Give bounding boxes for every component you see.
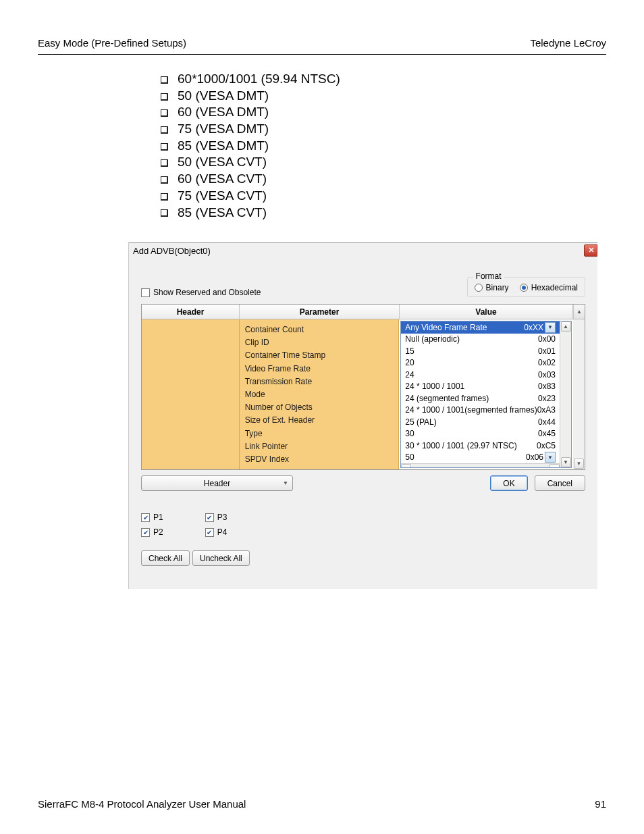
port-label: P4 xyxy=(217,527,227,537)
chevron-right-icon: ► xyxy=(552,466,558,468)
value-label: 24 * 1000 / 1001(segmented frames) xyxy=(405,405,537,415)
uncheck-all-button[interactable]: Uncheck All xyxy=(192,550,250,566)
page-footer: SierraFC M8-4 Protocol Analyzer User Man… xyxy=(38,798,606,810)
radio-icon xyxy=(520,284,528,292)
chevron-up-icon: ▲ xyxy=(563,323,568,330)
col-header-header[interactable]: Header xyxy=(142,305,240,319)
bullet-list: 60*1000/1001 (59.94 NTSC) 50 (VESA DMT) … xyxy=(161,71,340,221)
ok-button[interactable]: OK xyxy=(490,475,527,491)
header-rule xyxy=(38,54,606,55)
value-label: 24 * 1000 / 1001 xyxy=(405,382,464,391)
grid-vscrollbar[interactable]: ▼ xyxy=(573,319,585,469)
parameter-item[interactable]: Clip ID xyxy=(245,336,394,349)
value-option[interactable]: 240x03 xyxy=(401,369,560,381)
list-item: 50 (VESA CVT) xyxy=(161,154,340,171)
dropdown-button[interactable]: ▼ xyxy=(545,452,556,463)
header-right: Teledyne LeCroy xyxy=(530,37,606,49)
value-label: 20 xyxy=(405,358,414,367)
list-text: 85 (VESA CVT) xyxy=(178,205,267,221)
scroll-up-button[interactable]: ▲ xyxy=(561,321,571,332)
dialog-title-text: Add ADVB(Object0) xyxy=(133,246,211,256)
value-option[interactable]: 300x45 xyxy=(401,428,560,440)
col-header-parameter[interactable]: Parameter xyxy=(240,305,400,319)
value-hex: 0x00 xyxy=(538,334,556,344)
cancel-button[interactable]: Cancel xyxy=(535,475,585,491)
square-bullet-icon xyxy=(161,193,168,201)
scroll-left-button[interactable]: ◄ xyxy=(401,464,411,468)
parameter-item[interactable]: Type xyxy=(245,427,394,440)
chevron-down-icon: ▼ xyxy=(283,480,288,486)
header-dropdown[interactable]: Header ▼ xyxy=(141,475,293,491)
value-option[interactable]: 500x06▼ xyxy=(401,452,560,464)
format-binary-radio[interactable]: Binary xyxy=(475,283,509,292)
show-reserved-checkbox[interactable]: Show Reserved and Obsolete xyxy=(141,288,261,297)
parameter-item[interactable]: Container Count xyxy=(245,323,394,336)
square-bullet-icon xyxy=(161,176,168,184)
value-option[interactable]: Any Video Frame Rate0xXX▼ xyxy=(401,321,560,334)
port-label: P1 xyxy=(153,513,163,522)
scroll-down-button[interactable]: ▼ xyxy=(574,459,584,469)
close-button[interactable] xyxy=(584,244,597,257)
chevron-down-icon: ▼ xyxy=(547,324,553,330)
value-option[interactable]: 200x02 xyxy=(401,357,560,369)
list-item: 60*1000/1001 (59.94 NTSC) xyxy=(161,71,340,88)
chevron-down-icon: ▼ xyxy=(576,461,582,467)
chevron-down-icon: ▼ xyxy=(547,454,553,461)
value-option[interactable]: 25 (PAL)0x44 xyxy=(401,416,560,428)
header-dropdown-label: Header xyxy=(204,479,230,488)
list-text: 85 (VESA DMT) xyxy=(178,138,269,155)
value-label: 30 xyxy=(405,429,414,438)
parameter-item[interactable]: Transmission Rate xyxy=(245,375,394,388)
parameter-column: Container Count Clip ID Container Time S… xyxy=(240,319,400,469)
port-p1-checkbox[interactable]: ✔P1 xyxy=(141,513,163,522)
value-label: 25 (PAL) xyxy=(405,417,436,427)
checkbox-icon: ✔ xyxy=(205,528,214,537)
scroll-down-button[interactable]: ▼ xyxy=(561,457,571,467)
add-advb-dialog: Add ADVB(Object0) Show Reserved and Obso… xyxy=(128,242,597,589)
value-option[interactable]: 150x01 xyxy=(401,345,560,357)
list-item: 75 (VESA CVT) xyxy=(161,188,340,205)
parameter-item[interactable]: Size of Ext. Header xyxy=(245,414,394,427)
list-item: 85 (VESA CVT) xyxy=(161,205,340,221)
value-hex: 0x02 xyxy=(538,358,556,367)
port-p2-checkbox[interactable]: ✔P2 xyxy=(141,527,163,537)
port-p4-checkbox[interactable]: ✔P4 xyxy=(205,527,227,537)
value-hex: 0x23 xyxy=(538,394,556,403)
value-option[interactable]: 24 (segmented frames)0x23 xyxy=(401,392,560,405)
list-text: 50 (VESA CVT) xyxy=(178,154,267,171)
radio-label: Binary xyxy=(486,283,509,292)
list-item: 75 (VESA DMT) xyxy=(161,121,340,138)
value-vscrollbar[interactable]: ▲ ▼ xyxy=(560,321,571,467)
chevron-left-icon: ◄ xyxy=(404,466,409,468)
dropdown-button[interactable]: ▼ xyxy=(545,322,556,333)
value-label: 24 (segmented frames) xyxy=(405,394,489,403)
parameter-item[interactable]: Video Frame Rate xyxy=(245,363,394,375)
list-item: 60 (VESA DMT) xyxy=(161,104,340,121)
value-hscrollbar[interactable]: ◄ ► xyxy=(401,463,560,468)
radio-icon xyxy=(475,284,483,292)
scroll-up-button[interactable]: ▲ xyxy=(573,305,585,319)
square-bullet-icon xyxy=(161,109,168,117)
scroll-right-button[interactable]: ► xyxy=(549,464,560,468)
check-all-button[interactable]: Check All xyxy=(141,550,190,566)
format-hex-radio[interactable]: Hexadecimal xyxy=(520,283,578,292)
value-option[interactable]: 24 * 1000 / 1001(segmented frames)0xA3 xyxy=(401,405,560,417)
list-text: 60*1000/1001 (59.94 NTSC) xyxy=(178,71,340,88)
list-text: 75 (VESA DMT) xyxy=(178,121,269,138)
value-option[interactable]: 30 * 1000 / 1001 (29.97 NTSC)0xC5 xyxy=(401,440,560,452)
port-p3-checkbox[interactable]: ✔P3 xyxy=(205,513,227,522)
parameter-item[interactable]: Container Time Stamp xyxy=(245,349,394,362)
parameter-item[interactable]: Link Pointer xyxy=(245,440,394,453)
value-option[interactable]: 24 * 1000 / 10010x83 xyxy=(401,381,560,393)
parameter-item[interactable]: Number of Objects xyxy=(245,401,394,414)
value-option[interactable]: Null (aperiodic)0x00 xyxy=(401,334,560,346)
square-bullet-icon xyxy=(161,93,168,101)
col-header-value[interactable]: Value xyxy=(400,305,573,319)
value-hex: 0xA3 xyxy=(537,405,556,415)
chevron-up-icon: ▲ xyxy=(576,309,582,315)
parameter-item[interactable]: Mode xyxy=(245,388,394,401)
value-hex: 0x06 xyxy=(526,452,543,462)
value-dropdown-list: Any Video Frame Rate0xXX▼ Null (aperiodi… xyxy=(400,321,572,468)
square-bullet-icon xyxy=(161,126,168,134)
parameter-item[interactable]: SPDV Index xyxy=(245,453,394,466)
